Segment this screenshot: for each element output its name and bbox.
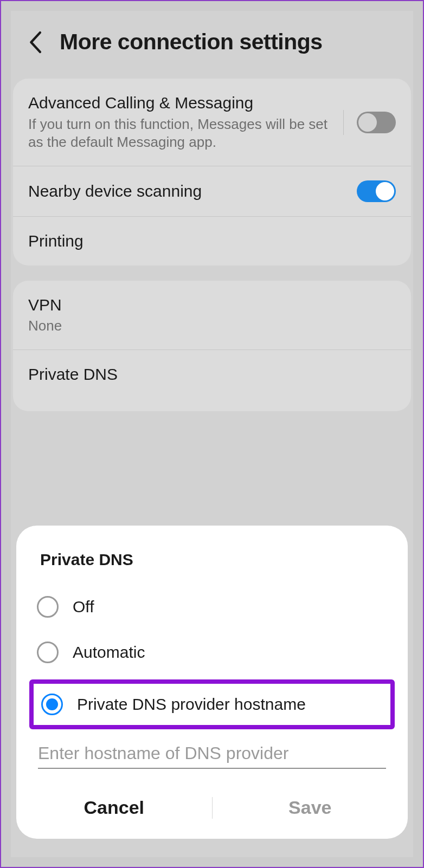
- page-title: More connection settings: [60, 29, 323, 55]
- row-private-dns[interactable]: Private DNS: [13, 349, 411, 412]
- private-dns-dialog: Private DNS Off Automatic Private DNS pr…: [16, 526, 408, 839]
- cancel-button[interactable]: Cancel: [16, 788, 212, 827]
- row-sub: If you turn on this function, Messages w…: [28, 115, 336, 152]
- row-label: Printing: [28, 231, 396, 251]
- row-label: Nearby device scanning: [28, 181, 349, 202]
- toggle-nearby-scanning[interactable]: [357, 180, 396, 202]
- row-sub: None: [28, 317, 396, 335]
- dns-hostname-input[interactable]: [38, 743, 386, 763]
- radio-option-automatic[interactable]: Automatic: [16, 630, 408, 675]
- radio-icon: [41, 694, 63, 715]
- radio-icon: [37, 596, 59, 618]
- dns-hostname-field-wrap: [38, 743, 386, 769]
- radio-option-hostname[interactable]: Private DNS provider hostname: [29, 679, 395, 729]
- toggle-advanced-calling[interactable]: [357, 112, 396, 133]
- save-button[interactable]: Save: [213, 788, 408, 827]
- settings-card-1: Advanced Calling & Messaging If you turn…: [13, 79, 411, 265]
- settings-card-2: VPN None Private DNS: [13, 281, 411, 412]
- row-label: Private DNS: [28, 364, 396, 385]
- divider: [343, 110, 344, 135]
- row-vpn[interactable]: VPN None: [13, 281, 411, 349]
- back-icon[interactable]: [27, 30, 46, 54]
- radio-label: Off: [73, 598, 94, 616]
- row-label: Advanced Calling & Messaging: [28, 93, 336, 113]
- radio-label: Private DNS provider hostname: [77, 695, 306, 714]
- dialog-title: Private DNS: [16, 550, 408, 584]
- radio-option-off[interactable]: Off: [16, 584, 408, 630]
- row-advanced-calling[interactable]: Advanced Calling & Messaging If you turn…: [13, 79, 411, 166]
- row-nearby-scanning[interactable]: Nearby device scanning: [13, 166, 411, 216]
- row-printing[interactable]: Printing: [13, 216, 411, 265]
- row-label: VPN: [28, 295, 396, 315]
- radio-label: Automatic: [73, 643, 145, 662]
- radio-icon: [37, 642, 59, 663]
